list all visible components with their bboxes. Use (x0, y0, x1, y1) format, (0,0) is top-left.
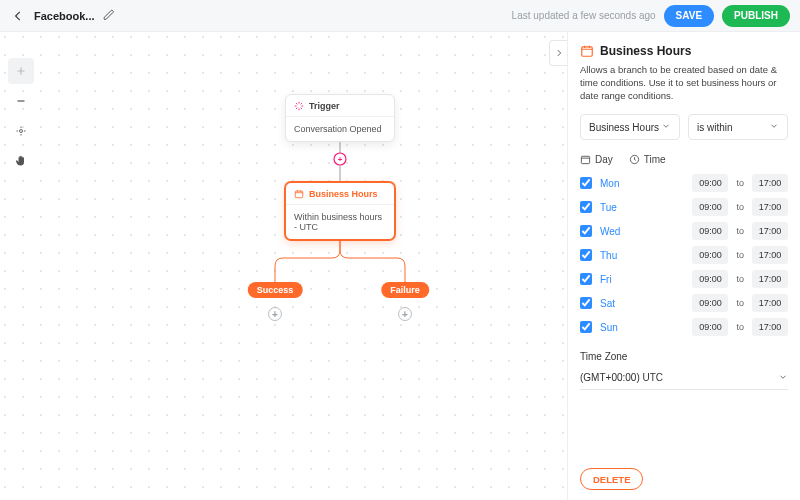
workflow-canvas[interactable]: + Trigger Conversation Opened (0, 32, 567, 500)
criteria-select[interactable]: Business Hours (580, 114, 680, 140)
schedule-row: Thu09:00to17:00 (580, 245, 788, 265)
add-step-failure[interactable]: + (398, 307, 412, 321)
node-business-hours-body: Within business hours - UTC (286, 205, 394, 239)
schedule-row: Mon09:00to17:00 (580, 173, 788, 193)
node-trigger-title: Trigger (309, 101, 340, 111)
time-to-input[interactable]: 17:00 (752, 270, 788, 288)
day-checkbox[interactable] (580, 297, 592, 309)
day-name: Fri (600, 274, 626, 285)
mode-time-label: Time (644, 154, 666, 165)
node-business-hours[interactable]: Business Hours Within business hours - U… (285, 182, 395, 240)
time-from-input[interactable]: 09:00 (692, 174, 728, 192)
day-name: Sat (600, 298, 626, 309)
save-button[interactable]: SAVE (664, 5, 715, 27)
schedule-row: Tue09:00to17:00 (580, 197, 788, 217)
chevron-down-icon (778, 372, 788, 384)
time-to-input[interactable]: 17:00 (752, 198, 788, 216)
to-label: to (736, 178, 744, 188)
to-label: to (736, 202, 744, 212)
to-label: to (736, 298, 744, 308)
chevron-down-icon (769, 121, 779, 133)
time-from-input[interactable]: 09:00 (692, 246, 728, 264)
svg-rect-3 (295, 191, 303, 198)
to-label: to (736, 274, 744, 284)
to-label: to (736, 322, 744, 332)
panel-title-text: Business Hours (600, 44, 691, 58)
branch-failure-pill[interactable]: Failure (381, 282, 429, 298)
time-to-input[interactable]: 17:00 (752, 294, 788, 312)
day-name: Thu (600, 250, 626, 261)
delete-button[interactable]: DELETE (580, 468, 643, 490)
mode-day-option[interactable]: Day (580, 154, 613, 165)
mode-day-label: Day (595, 154, 613, 165)
side-panel: Business Hours Allows a branch to be cre… (567, 32, 800, 500)
svg-rect-5 (581, 157, 589, 164)
back-arrow-icon[interactable] (10, 8, 26, 24)
node-trigger[interactable]: Trigger Conversation Opened (285, 94, 395, 142)
edit-title-icon[interactable] (103, 9, 115, 23)
node-trigger-body: Conversation Opened (286, 117, 394, 141)
time-from-input[interactable]: 09:00 (692, 270, 728, 288)
add-step-success[interactable]: + (268, 307, 282, 321)
timezone-select[interactable]: (GMT+00:00) UTC (580, 366, 788, 390)
day-name: Tue (600, 202, 626, 213)
day-checkbox[interactable] (580, 177, 592, 189)
to-label: to (736, 250, 744, 260)
time-to-input[interactable]: 17:00 (752, 246, 788, 264)
day-checkbox[interactable] (580, 273, 592, 285)
day-name: Sun (600, 322, 626, 333)
timezone-label: Time Zone (580, 351, 788, 362)
panel-title: Business Hours (580, 44, 788, 58)
day-name: Mon (600, 178, 626, 189)
branch-success-pill[interactable]: Success (248, 282, 303, 298)
time-from-input[interactable]: 09:00 (692, 318, 728, 336)
time-to-input[interactable]: 17:00 (752, 174, 788, 192)
day-checkbox[interactable] (580, 321, 592, 333)
day-checkbox[interactable] (580, 225, 592, 237)
time-from-input[interactable]: 09:00 (692, 294, 728, 312)
panel-description: Allows a branch to be created based on d… (580, 64, 788, 102)
schedule-row: Sat09:00to17:00 (580, 293, 788, 313)
operator-select-value: is within (697, 122, 733, 133)
schedule-row: Fri09:00to17:00 (580, 269, 788, 289)
chevron-down-icon (661, 121, 671, 133)
criteria-select-value: Business Hours (589, 122, 659, 133)
operator-select[interactable]: is within (688, 114, 788, 140)
time-to-input[interactable]: 17:00 (752, 222, 788, 240)
to-label: to (736, 226, 744, 236)
day-checkbox[interactable] (580, 201, 592, 213)
schedule-row: Wed09:00to17:00 (580, 221, 788, 241)
mode-time-option[interactable]: Time (629, 154, 666, 165)
time-to-input[interactable]: 17:00 (752, 318, 788, 336)
publish-button[interactable]: PUBLISH (722, 5, 790, 27)
schedule-row: Sun09:00to17:00 (580, 317, 788, 337)
day-checkbox[interactable] (580, 249, 592, 261)
time-from-input[interactable]: 09:00 (692, 222, 728, 240)
last-updated-text: Last updated a few seconds ago (512, 10, 656, 21)
time-from-input[interactable]: 09:00 (692, 198, 728, 216)
workflow-title: Facebook... (34, 10, 95, 22)
timezone-value: (GMT+00:00) UTC (580, 372, 663, 383)
node-business-hours-title: Business Hours (309, 189, 378, 199)
day-name: Wed (600, 226, 626, 237)
svg-rect-4 (582, 47, 593, 56)
